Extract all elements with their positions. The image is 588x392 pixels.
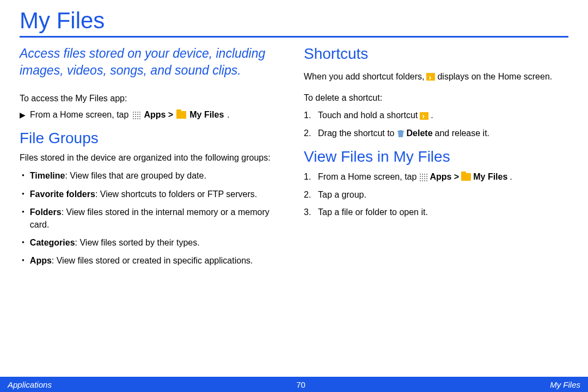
view-files-heading: View Files in My Files xyxy=(304,148,568,166)
list-item: Apps: View files stored or created in sp… xyxy=(20,254,284,267)
text: From a Home screen, tap xyxy=(318,171,416,183)
list-item: Favorite folders: View shortcuts to fold… xyxy=(20,188,284,200)
file-groups-heading: File Groups xyxy=(20,130,284,147)
apps-label: Apps > xyxy=(144,110,173,120)
access-instruction: ▶ From a Home screen, tap Apps > My File… xyxy=(20,110,284,120)
text: Tap a file or folder to open it. xyxy=(318,206,428,218)
access-intro: To access the My Files app: xyxy=(20,92,284,105)
step-item: Tap a file or folder to open it. xyxy=(304,206,568,218)
file-groups-intro: Files stored in the device are organized… xyxy=(20,151,284,164)
desc: : View files stored in the internal memo… xyxy=(30,207,270,229)
list-item: Categories: View files sorted by their t… xyxy=(20,236,284,249)
desc: : View files sorted by their types. xyxy=(75,238,200,247)
shortcuts-desc: When you add shortcut folders, displays … xyxy=(304,70,552,83)
text: Touch and hold a shortcut xyxy=(318,109,418,121)
apps-label: Apps > xyxy=(430,171,459,183)
myfiles-label: My Files xyxy=(189,110,224,120)
shortcut-folder-icon xyxy=(426,73,435,81)
view-files-steps: From a Home screen, tap Apps > My Files.… xyxy=(304,171,568,218)
file-groups-list: Timeline: View files that are grouped by… xyxy=(20,169,284,267)
footer-right: My Files xyxy=(550,380,580,389)
folder-icon xyxy=(461,173,471,181)
left-column: Access files stored on your device, incl… xyxy=(20,45,284,273)
lead-text: Access files stored on your device, incl… xyxy=(20,45,284,79)
text: and release it. xyxy=(435,127,490,139)
apps-grid-icon xyxy=(419,173,427,181)
term: Apps xyxy=(30,256,52,265)
arrow-icon: ▶ xyxy=(20,111,26,119)
desc: : View shortcuts to folders or FTP serve… xyxy=(95,189,257,199)
footer-left: Applications xyxy=(8,380,52,389)
list-item: Timeline: View files that are grouped by… xyxy=(20,169,284,182)
desc: : View files stored or created in specif… xyxy=(52,256,253,265)
page-title: My Files xyxy=(20,8,568,38)
shortcuts-heading: Shortcuts xyxy=(304,45,568,63)
delete-shortcut-intro: To delete a shortcut: xyxy=(304,91,568,104)
delete-shortcut-steps: Touch and hold a shortcut . Drag the sho… xyxy=(304,109,568,139)
myfiles-label: My Files xyxy=(473,171,507,183)
apps-grid-icon xyxy=(132,111,140,119)
text: Drag the shortcut to xyxy=(318,127,395,139)
term: Categories xyxy=(30,238,75,247)
desc: : View files that are grouped by date. xyxy=(65,171,206,180)
text: displays on the Home screen. xyxy=(437,70,552,83)
shortcut-folder-icon xyxy=(420,112,428,120)
term: Timeline xyxy=(30,171,65,180)
footer-page-number: 70 xyxy=(296,380,305,389)
trash-icon xyxy=(397,129,405,138)
folder-icon xyxy=(176,111,186,119)
list-item: Folders: View files stored in the intern… xyxy=(20,206,284,231)
delete-label: Delete xyxy=(407,127,433,139)
right-column: Shortcuts When you add shortcut folders,… xyxy=(304,45,568,273)
step-item: Drag the shortcut to Delete and release … xyxy=(304,127,568,139)
text: Tap a group. xyxy=(318,189,366,201)
step-item: From a Home screen, tap Apps > My Files. xyxy=(304,171,568,183)
access-prefix: From a Home screen, tap xyxy=(30,110,128,120)
step-number xyxy=(304,127,314,139)
term: Folders xyxy=(30,207,62,217)
step-number xyxy=(304,189,314,201)
step-item: Touch and hold a shortcut . xyxy=(304,109,568,121)
step-item: Tap a group. xyxy=(304,189,568,201)
text: . xyxy=(431,109,433,121)
page-footer: Applications 70 My Files xyxy=(0,377,588,392)
step-number xyxy=(304,206,314,218)
text: When you add shortcut folders, xyxy=(304,70,424,83)
text: . xyxy=(510,171,512,183)
term: Favorite folders xyxy=(30,189,95,199)
step-number xyxy=(304,171,314,183)
period: . xyxy=(227,110,229,120)
step-number xyxy=(304,109,314,121)
